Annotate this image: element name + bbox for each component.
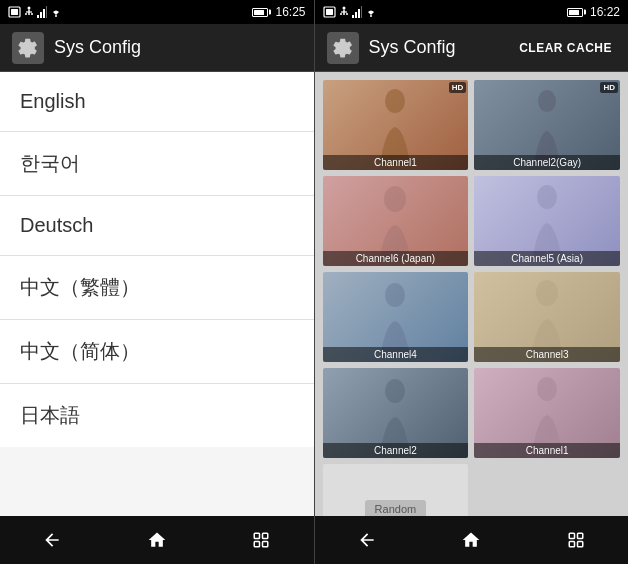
left-screen: 16:25 Sys Config English 한국어 Deutsch 中文（… bbox=[0, 0, 314, 564]
silhouette-2 bbox=[370, 373, 420, 453]
svg-rect-26 bbox=[361, 6, 362, 18]
lang-item-traditional-chinese[interactable]: 中文（繁體） bbox=[0, 256, 314, 320]
lang-item-english[interactable]: English bbox=[0, 72, 314, 132]
channel-item-6japan[interactable]: Channel6 (Japan) bbox=[323, 176, 469, 266]
clear-cache-button[interactable]: CLEAR CACHE bbox=[515, 37, 616, 59]
silhouette-2gay bbox=[522, 85, 572, 165]
battery-icon-right bbox=[567, 8, 583, 17]
svg-rect-17 bbox=[326, 9, 333, 15]
gear-icon-left bbox=[17, 37, 39, 59]
svg-point-33 bbox=[536, 280, 558, 306]
hd-badge-1: HD bbox=[449, 82, 467, 93]
back-button-right[interactable] bbox=[347, 520, 387, 560]
channel-item-5asia[interactable]: Channel5 (Asia) bbox=[474, 176, 620, 266]
channel-item-1[interactable]: HD Channel1 bbox=[323, 80, 469, 170]
channel-label-5asia: Channel5 (Asia) bbox=[474, 251, 620, 266]
svg-rect-13 bbox=[263, 533, 268, 538]
home-button-left[interactable] bbox=[137, 520, 177, 560]
svg-point-34 bbox=[385, 379, 405, 403]
battery-icon bbox=[252, 8, 268, 17]
sim-icon bbox=[8, 6, 21, 18]
channel-label-4: Channel4 bbox=[323, 347, 469, 362]
svg-rect-9 bbox=[43, 9, 45, 18]
svg-rect-23 bbox=[352, 15, 354, 18]
channel-item-3[interactable]: Channel3 bbox=[474, 272, 620, 362]
channel-label-2gay: Channel2(Gay) bbox=[474, 155, 620, 170]
language-list: English 한국어 Deutsch 中文（繁體） 中文（简体） 日本語 bbox=[0, 72, 314, 447]
home-button-right[interactable] bbox=[451, 520, 491, 560]
svg-point-29 bbox=[538, 90, 556, 112]
home-icon-right bbox=[461, 530, 481, 550]
wifi-icon bbox=[50, 6, 62, 18]
app-icon-left bbox=[12, 32, 44, 64]
lang-item-japanese[interactable]: 日本語 bbox=[0, 384, 314, 447]
channel-item-random[interactable]: Random Random Video bbox=[323, 464, 469, 516]
back-button-left[interactable] bbox=[32, 520, 72, 560]
channel-item-1b[interactable]: Channel1 bbox=[474, 368, 620, 458]
svg-point-30 bbox=[384, 186, 406, 212]
hd-badge-2gay: HD bbox=[600, 82, 618, 93]
svg-point-28 bbox=[385, 89, 405, 113]
status-right-right: 16:22 bbox=[567, 5, 620, 19]
silhouette-4 bbox=[370, 277, 420, 357]
channel-item-2gay[interactable]: HD Channel2(Gay) bbox=[474, 80, 620, 170]
time-right: 16:22 bbox=[590, 5, 620, 19]
random-content: Random bbox=[323, 464, 469, 516]
lang-item-korean[interactable]: 한국어 bbox=[0, 132, 314, 196]
app-bar-left: Sys Config bbox=[0, 24, 314, 72]
silhouette-6japan bbox=[370, 181, 420, 261]
home-icon-left bbox=[147, 530, 167, 550]
signal-icon-right bbox=[352, 6, 362, 18]
app-bar-right: Sys Config CLEAR CACHE bbox=[315, 24, 629, 72]
wifi-icon-right bbox=[365, 6, 377, 18]
time-left: 16:25 bbox=[275, 5, 305, 19]
svg-rect-12 bbox=[255, 533, 260, 538]
recent-button-right[interactable] bbox=[556, 520, 596, 560]
usb-icon bbox=[24, 6, 34, 18]
usb-icon-right bbox=[339, 6, 349, 18]
svg-rect-15 bbox=[263, 542, 268, 547]
lang-item-simplified-chinese[interactable]: 中文（简体） bbox=[0, 320, 314, 384]
svg-point-22 bbox=[346, 13, 348, 15]
channel-label-3: Channel3 bbox=[474, 347, 620, 362]
svg-point-21 bbox=[340, 13, 342, 15]
svg-rect-38 bbox=[569, 542, 574, 547]
svg-point-27 bbox=[370, 15, 372, 17]
svg-rect-37 bbox=[577, 533, 582, 538]
svg-rect-14 bbox=[255, 542, 260, 547]
random-label-inner: Random bbox=[365, 500, 427, 516]
svg-point-6 bbox=[31, 13, 33, 15]
svg-point-5 bbox=[25, 13, 27, 15]
svg-rect-39 bbox=[577, 542, 582, 547]
svg-point-31 bbox=[537, 185, 557, 209]
recent-icon-left bbox=[252, 531, 270, 549]
channel-label-1: Channel1 bbox=[323, 155, 469, 170]
svg-rect-1 bbox=[11, 9, 18, 15]
back-icon-right bbox=[357, 530, 377, 550]
lang-item-deutsch[interactable]: Deutsch bbox=[0, 196, 314, 256]
svg-point-2 bbox=[28, 7, 31, 10]
status-bar-right: 16:22 bbox=[315, 0, 629, 24]
recent-button-left[interactable] bbox=[241, 520, 281, 560]
status-icons-right bbox=[323, 6, 377, 18]
svg-rect-36 bbox=[569, 533, 574, 538]
channel-label-1b: Channel1 bbox=[474, 443, 620, 458]
status-icons-left bbox=[8, 6, 62, 18]
silhouette-3 bbox=[522, 277, 572, 357]
back-icon-left bbox=[42, 530, 62, 550]
svg-point-35 bbox=[537, 377, 557, 401]
status-bar-left: 16:25 bbox=[0, 0, 314, 24]
channel-label-6japan: Channel6 (Japan) bbox=[323, 251, 469, 266]
channel-item-4[interactable]: Channel4 bbox=[323, 272, 469, 362]
svg-point-18 bbox=[342, 7, 345, 10]
svg-rect-25 bbox=[358, 9, 360, 18]
svg-rect-24 bbox=[355, 12, 357, 18]
svg-rect-7 bbox=[37, 15, 39, 18]
channel-item-2[interactable]: Channel2 bbox=[323, 368, 469, 458]
svg-point-32 bbox=[385, 283, 405, 307]
silhouette-1b bbox=[522, 373, 572, 453]
language-list-content: English 한국어 Deutsch 中文（繁體） 中文（简体） 日本語 bbox=[0, 72, 314, 516]
recent-icon-right bbox=[567, 531, 585, 549]
svg-point-11 bbox=[55, 15, 57, 17]
nav-bar-left bbox=[0, 516, 314, 564]
